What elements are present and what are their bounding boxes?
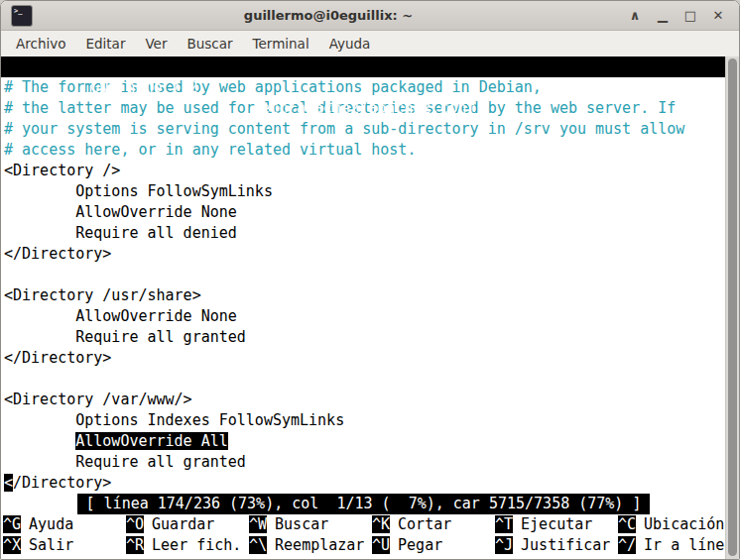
editor-line: AllowOverride None	[1, 202, 726, 223]
editor-line: <Directory /usr/share>	[1, 285, 726, 306]
shortcut-row: ^GAyuda^OGuardar^WBuscar^KCortar^TEjecut…	[1, 514, 726, 535]
shortcut-key: ^R	[126, 536, 144, 554]
code-text: AllowOverride None	[4, 203, 237, 221]
editor-screen[interactable]: # The former is used by web applications…	[1, 77, 726, 494]
shortcut-label: Salir	[29, 536, 73, 554]
shortcut-key: ^\	[249, 536, 267, 554]
shortcut-ayuda: ^GAyuda	[3, 514, 126, 535]
window-title: guillermo@i0eguillix: ~	[41, 8, 616, 23]
shortcut-justificar: ^JJustificar	[495, 535, 618, 556]
shortcut-label: Buscar	[275, 515, 328, 533]
shortcut-key: ^U	[372, 536, 390, 554]
nano-status-row: [ línea 174/236 (73%), col 1/13 ( 7%), c…	[1, 494, 726, 514]
shortcut-pegar: ^UPegar	[372, 535, 495, 556]
code-text	[4, 370, 13, 388]
editor-line: # your system is serving content from a …	[1, 119, 726, 140]
shortcut-buscar: ^WBuscar	[249, 514, 372, 535]
code-text: Require all granted	[4, 328, 246, 346]
editor-line: Options FollowSymLinks	[1, 181, 726, 202]
shortcut-reemplazar: ^\Reemplazar	[249, 535, 372, 556]
editor-line	[1, 265, 726, 285]
scrollbar[interactable]	[725, 56, 739, 559]
shortcut-label: Reemplazar	[275, 536, 364, 554]
shortcut-key: ^X	[3, 536, 21, 554]
code-text: Options FollowSymLinks	[4, 182, 273, 200]
minimize-button[interactable]: ▁	[652, 8, 674, 23]
terminal-window: guillermo@i0eguillix: ~ ∧▁□✕ ArchivoEdit…	[0, 0, 740, 560]
code-text: /Directory>	[13, 474, 111, 492]
shortcut-ir-a-l-nea: ^/Ir a línea	[618, 535, 726, 556]
selected-text: AllowOverride All	[75, 432, 228, 450]
nano-version: GNU nano 7.2	[72, 78, 197, 96]
menu-item-editar[interactable]: Editar	[75, 33, 135, 55]
editor-line	[1, 369, 726, 390]
editor-line: AllowOverride All	[1, 431, 726, 452]
shortcut-label: Leer fich.	[152, 536, 241, 554]
shortcut-label: Pegar	[398, 536, 442, 554]
nano-title-bar: GNU nano 7.2 /etc/apache2/apache2.conf	[1, 56, 726, 77]
shortcut-label: Guardar	[152, 515, 214, 533]
shortcut-cortar: ^KCortar	[372, 514, 495, 535]
editor-line: Options Indexes FollowSymLinks	[1, 410, 726, 431]
scrollbar-thumb[interactable]	[728, 58, 737, 556]
shortcut-key: ^C	[618, 515, 636, 533]
editor-line: <Directory />	[1, 161, 726, 181]
nano-status-bar: [ línea 174/236 (73%), col 1/13 ( 7%), c…	[77, 494, 651, 514]
editor-line: # access here, or in any related virtual…	[1, 140, 726, 161]
menu-item-buscar[interactable]: Buscar	[177, 33, 242, 55]
text-cursor: <	[4, 474, 13, 492]
shortcut-ubicaci-n: ^CUbicación	[618, 514, 726, 535]
shortcut-key: ^/	[618, 536, 636, 554]
shortcut-label: Cortar	[398, 515, 451, 533]
nano-file-path: /etc/apache2/apache2.conf	[252, 98, 476, 119]
shortcut-key: ^G	[3, 515, 21, 533]
maximize-button[interactable]: □	[679, 8, 701, 23]
shortcut-key: ^O	[126, 515, 144, 533]
editor-line: </Directory>	[1, 244, 726, 265]
rollup-button[interactable]: ∧	[624, 8, 646, 23]
editor-line: <Directory /var/www/>	[1, 390, 726, 410]
shortcut-key: ^K	[372, 515, 390, 533]
menu-item-terminal[interactable]: Terminal	[243, 33, 319, 55]
close-button[interactable]: ✕	[707, 8, 729, 23]
editor-line: Require all denied	[1, 223, 726, 244]
code-text: <Directory /var/www/>	[4, 391, 192, 408]
menu-bar: ArchivoEditarVerBuscarTerminalAyuda	[1, 31, 739, 56]
menu-item-ver[interactable]: Ver	[135, 33, 177, 55]
code-text: </Directory>	[4, 245, 111, 263]
code-text: Options Indexes FollowSymLinks	[4, 411, 344, 429]
shortcut-row: ^XSalir^RLeer fich.^\Reemplazar^UPegar^J…	[1, 535, 726, 556]
shortcut-key: ^W	[249, 515, 267, 533]
shortcut-key: ^J	[495, 536, 513, 554]
menu-item-ayuda[interactable]: Ayuda	[319, 33, 381, 55]
menu-item-archivo[interactable]: Archivo	[6, 33, 75, 55]
shortcut-ejecutar: ^TEjecutar	[495, 514, 618, 535]
code-text: AllowOverride None	[4, 307, 237, 325]
terminal-view[interactable]: GNU nano 7.2 /etc/apache2/apache2.conf #…	[1, 56, 739, 559]
code-text: </Directory>	[4, 349, 111, 367]
comment-text: # access here, or in any related virtual…	[4, 141, 416, 159]
shortcut-leer-fich-: ^RLeer fich.	[126, 535, 249, 556]
shortcut-label: Ir a línea	[644, 536, 726, 554]
code-text: Require all granted	[4, 453, 246, 471]
code-text: Require all denied	[4, 224, 237, 242]
shortcut-label: Ubicación	[644, 515, 724, 533]
code-text	[4, 266, 13, 283]
editor-line: </Directory>	[1, 473, 726, 494]
comment-text: # your system is serving content from a …	[4, 120, 684, 138]
code-text: <Directory /usr/share>	[4, 286, 201, 304]
editor-line: Require all granted	[1, 452, 726, 473]
shortcut-label: Justificar	[521, 536, 610, 554]
terminal-icon	[11, 5, 33, 27]
title-bar[interactable]: guillermo@i0eguillix: ~ ∧▁□✕	[1, 1, 739, 31]
shortcut-label: Ejecutar	[521, 515, 592, 533]
editor-line: AllowOverride None	[1, 306, 726, 327]
code-text: <Directory />	[4, 162, 120, 179]
shortcut-guardar: ^OGuardar	[126, 514, 249, 535]
shortcut-salir: ^XSalir	[3, 535, 126, 556]
code-text	[4, 432, 75, 450]
shortcut-key: ^T	[495, 515, 513, 533]
terminal-screen[interactable]: GNU nano 7.2 /etc/apache2/apache2.conf #…	[1, 56, 726, 559]
editor-line: Require all granted	[1, 327, 726, 348]
nano-shortcut-bars: ^GAyuda^OGuardar^WBuscar^KCortar^TEjecut…	[1, 514, 726, 556]
